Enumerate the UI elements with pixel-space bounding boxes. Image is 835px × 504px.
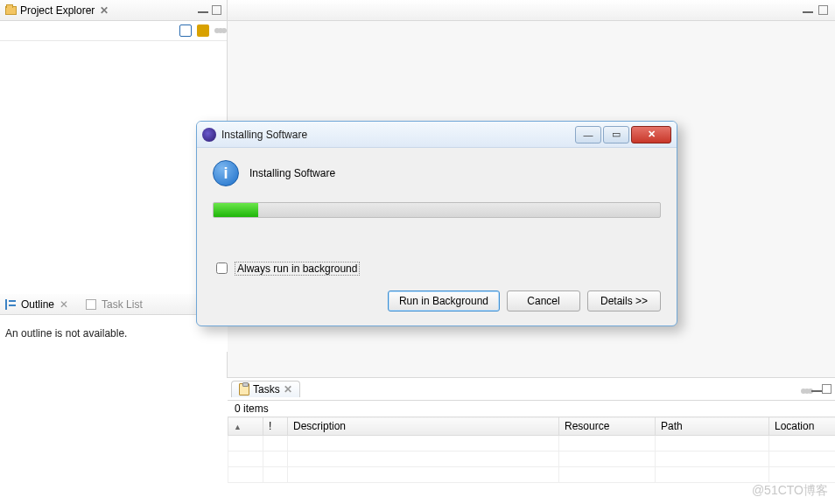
folder-icon xyxy=(5,6,17,15)
close-icon[interactable]: ✕ xyxy=(98,4,110,17)
close-icon[interactable]: ✕ xyxy=(60,298,68,311)
project-explorer-tab[interactable]: Project Explorer ✕ xyxy=(0,0,227,21)
column-priority[interactable]: ! xyxy=(263,417,288,436)
outline-tab[interactable]: Outline xyxy=(21,298,54,311)
tasks-tab-label: Tasks xyxy=(253,383,280,396)
tasklist-icon xyxy=(86,299,96,310)
tasks-tab[interactable]: Tasks ✕ xyxy=(231,381,300,397)
column-resource[interactable]: Resource xyxy=(559,417,656,436)
dialog-title: Installing Software xyxy=(221,129,570,141)
maximize-view-icon[interactable] xyxy=(822,384,831,394)
installing-software-dialog: Installing Software — ▭ ✕ i Installing S… xyxy=(196,121,677,326)
progress-fill xyxy=(214,203,258,217)
info-icon: i xyxy=(213,160,239,186)
always-run-background-checkbox[interactable] xyxy=(216,262,228,274)
window-maximize-button[interactable]: ▭ xyxy=(603,126,629,144)
tasks-panel: Tasks ✕ 0 items ▲ ! Description Resource… xyxy=(228,378,835,504)
run-in-background-button[interactable]: Run in Background xyxy=(388,290,500,312)
sort-asc-icon: ▲ xyxy=(234,423,242,431)
column-path[interactable]: Path xyxy=(656,417,769,436)
minimize-editor-icon[interactable] xyxy=(803,8,813,13)
collapse-all-icon[interactable] xyxy=(179,24,192,37)
column-sort[interactable]: ▲ xyxy=(228,417,263,436)
tasks-tabbar: Tasks ✕ xyxy=(228,378,835,401)
minimize-view-icon[interactable] xyxy=(811,387,822,392)
watermark: @51CTO博客 xyxy=(752,483,828,499)
outline-message: An outline is not available. xyxy=(0,315,228,352)
link-with-editor-icon[interactable] xyxy=(197,24,209,37)
close-icon[interactable]: ✕ xyxy=(284,383,292,396)
column-location[interactable]: Location xyxy=(769,417,836,436)
dialog-titlebar[interactable]: Installing Software — ▭ ✕ xyxy=(197,122,677,148)
always-run-background-label[interactable]: Always run in background xyxy=(235,262,360,276)
table-row xyxy=(228,436,836,452)
details-button[interactable]: Details >> xyxy=(587,290,661,312)
maximize-editor-icon[interactable] xyxy=(818,5,828,15)
table-row xyxy=(228,467,836,483)
window-minimize-button[interactable]: — xyxy=(575,126,601,144)
table-row xyxy=(228,452,836,467)
dialog-message: Installing Software xyxy=(249,167,335,179)
dialog-body: i Installing Software Always run in back… xyxy=(197,148,677,326)
tasklist-tab[interactable]: Task List xyxy=(102,298,143,311)
editor-toolbar xyxy=(228,0,835,21)
outline-icon xyxy=(5,299,16,310)
window-close-button[interactable]: ✕ xyxy=(631,126,671,144)
progress-bar xyxy=(213,202,661,218)
maximize-view-icon[interactable] xyxy=(212,5,221,15)
eclipse-icon xyxy=(202,128,216,142)
project-explorer-label: Project Explorer xyxy=(20,4,95,17)
project-explorer-toolbar xyxy=(0,21,227,41)
cancel-button[interactable]: Cancel xyxy=(507,290,580,312)
tasks-count: 0 items xyxy=(228,401,835,416)
view-menu-icon[interactable] xyxy=(214,28,220,33)
outline-tabs: Outline ✕ Task List xyxy=(0,294,228,315)
minimize-view-icon[interactable] xyxy=(198,8,208,13)
view-menu-icon[interactable] xyxy=(801,388,806,394)
column-description[interactable]: Description xyxy=(288,417,559,436)
tasks-icon xyxy=(239,383,249,396)
outline-pane: Outline ✕ Task List An outline is not av… xyxy=(0,294,228,352)
tasks-table: ▲ ! Description Resource Path Location T… xyxy=(228,416,835,483)
